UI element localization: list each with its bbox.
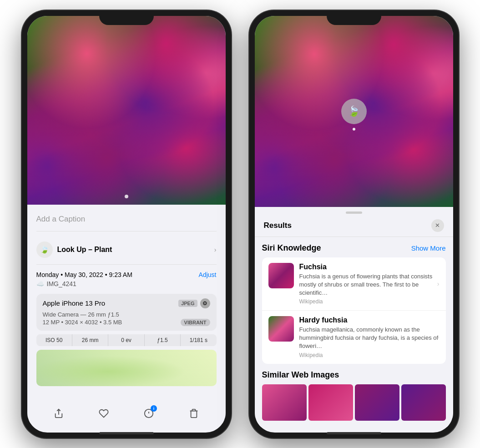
visual-search-button[interactable]: 🍃	[341, 99, 367, 124]
date-row: Monday • May 30, 2022 • 9:23 AM Adjust	[36, 271, 217, 278]
leaf-search-icon: 🍃	[348, 106, 360, 117]
delete-button[interactable]	[184, 403, 204, 423]
fuchsia-info: Fuchsia Fuchsia is a genus of flowering …	[299, 263, 440, 305]
visual-search-dot	[353, 128, 355, 131]
hardy-desc: Fuchsia magellanica, commonly known as t…	[299, 326, 440, 351]
knowledge-item-hardy[interactable]: Hardy fuchsia Fuchsia magellanica, commo…	[262, 311, 446, 364]
lookup-row[interactable]: 🍃 Look Up – Plant ›	[36, 238, 217, 265]
device-card: Apple iPhone 13 Pro JPEG ⚙ Wide Camera —…	[36, 294, 217, 331]
info-button[interactable]: i	[139, 403, 159, 423]
caption-placeholder[interactable]: Add a Caption	[36, 215, 86, 223]
caption-area[interactable]: Add a Caption	[36, 211, 217, 232]
file-row: ☁️ IMG_4241	[36, 280, 217, 287]
info-section: Add a Caption 🍃 Look Up – Plant › Monday…	[27, 205, 226, 393]
bottom-toolbar: i	[27, 403, 226, 423]
similar-image-1[interactable]	[262, 384, 307, 421]
fuchsia-thumbnail	[268, 263, 294, 288]
map-section[interactable]	[36, 350, 217, 386]
similar-images-title: Similar Web Images	[262, 370, 446, 380]
results-sheet: Results ✕ Siri Knowledge Show More Fu	[255, 211, 453, 427]
notch-right	[327, 10, 381, 25]
home-indicator	[99, 432, 154, 434]
hardy-info: Hardy fuchsia Fuchsia magellanica, commo…	[299, 316, 440, 358]
fuchsia-name: Fuchsia	[299, 263, 440, 271]
lookup-arrow: ›	[214, 246, 217, 253]
page-indicator	[125, 195, 128, 198]
photo-display[interactable]	[27, 16, 226, 205]
exif-shutter: 1/181 s	[181, 334, 216, 346]
hardy-chevron: ›	[437, 333, 440, 341]
exif-aperture: ƒ1.5	[145, 334, 181, 346]
left-screen: Add a Caption 🍃 Look Up – Plant › Monday…	[27, 16, 226, 433]
similar-images-grid	[262, 384, 446, 421]
lookup-icon: 🍃	[36, 242, 53, 258]
similar-image-3[interactable]	[355, 384, 399, 421]
info-badge: i	[151, 405, 157, 412]
similar-image-2[interactable]	[308, 384, 353, 421]
results-header: Results ✕	[255, 214, 453, 237]
fuchsia-desc: Fuchsia is a genus of flowering plants t…	[299, 272, 440, 297]
device-name: Apple iPhone 13 Pro	[43, 299, 106, 307]
close-button[interactable]: ✕	[431, 219, 444, 232]
knowledge-item-fuchsia[interactable]: Fuchsia Fuchsia is a genus of flowering …	[262, 257, 446, 311]
adjust-button[interactable]: Adjust	[199, 271, 217, 278]
knowledge-card: Fuchsia Fuchsia is a genus of flowering …	[262, 257, 446, 364]
format-badge: JPEG	[178, 300, 197, 307]
leaf-icon: 🍃	[40, 245, 49, 254]
close-icon: ✕	[435, 222, 440, 229]
badge-row: JPEG ⚙	[178, 298, 210, 308]
left-phone: Add a Caption 🍃 Look Up – Plant › Monday…	[22, 10, 231, 438]
exif-ev: 0 ev	[108, 334, 144, 346]
mp-row: 12 MP • 3024 × 4032 • 3.5 MB VIBRANT	[43, 319, 210, 326]
hardy-source: Wikipedia	[299, 352, 440, 358]
cloud-icon: ☁️	[36, 280, 44, 287]
right-phone: 🍃 Results ✕ Siri Knowledge Show More	[249, 10, 459, 438]
lookup-bold: Look Up –	[57, 246, 92, 253]
favorite-button[interactable]	[94, 403, 114, 423]
exif-row: ISO 50 26 mm 0 ev ƒ1.5 1/181 s	[36, 334, 217, 346]
file-name: IMG_4241	[47, 280, 76, 287]
exif-iso: ISO 50	[36, 334, 72, 346]
map-overlay	[36, 350, 217, 386]
results-title: Results	[264, 221, 292, 230]
camera-lens: Wide Camera — 26 mm ƒ1.5	[43, 311, 210, 318]
mp-text: 12 MP • 3024 × 4032 • 3.5 MB	[43, 319, 122, 326]
siri-knowledge-title: Siri Knowledge	[262, 243, 321, 253]
exif-focal: 26 mm	[72, 334, 108, 346]
share-button[interactable]	[49, 403, 69, 423]
siri-knowledge-header: Siri Knowledge Show More	[262, 243, 446, 253]
home-indicator-right	[327, 432, 381, 434]
lookup-regular: Plant	[92, 246, 112, 253]
right-screen: 🍃 Results ✕ Siri Knowledge Show More	[255, 16, 453, 433]
hardy-name: Hardy fuchsia	[299, 316, 440, 324]
similar-image-4[interactable]	[401, 384, 446, 421]
results-content: Siri Knowledge Show More Fuchsia Fuchsia…	[255, 237, 453, 427]
fuchsia-source: Wikipedia	[299, 298, 440, 305]
lookup-label: Look Up – Plant	[57, 246, 112, 254]
photo-display-right[interactable]: 🍃	[255, 16, 453, 207]
hardy-thumbnail	[268, 316, 294, 342]
show-more-button[interactable]: Show More	[411, 244, 446, 252]
flower-image	[27, 16, 226, 205]
notch	[99, 10, 154, 25]
fuchsia-chevron: ›	[437, 280, 440, 287]
gear-icon: ⚙	[200, 298, 210, 308]
vibrant-badge: VIBRANT	[181, 319, 210, 326]
date-text: Monday • May 30, 2022 • 9:23 AM	[36, 271, 132, 278]
device-row: Apple iPhone 13 Pro JPEG ⚙	[43, 298, 210, 308]
